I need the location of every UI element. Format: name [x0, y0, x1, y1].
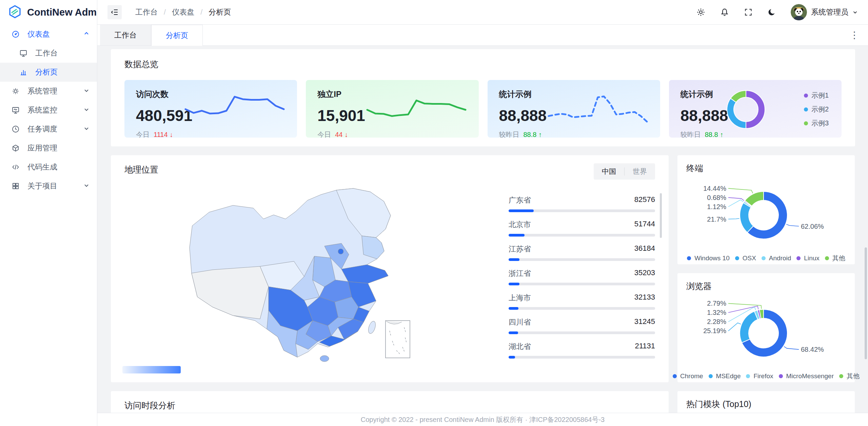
dark-mode-moon-icon[interactable] [767, 7, 777, 17]
toggle-china[interactable]: 中国 [594, 167, 624, 176]
province-name: 北京市 [509, 220, 531, 230]
tab-workbench[interactable]: 工作台 [100, 25, 151, 45]
province-value: 21131 [635, 342, 655, 352]
legend-dot-icon [779, 374, 783, 378]
user-menu[interactable]: 系统管理员 [791, 4, 858, 20]
legend-dot-icon [796, 256, 801, 260]
cube-icon [11, 144, 20, 153]
progress-track [509, 307, 655, 310]
progress-track [509, 356, 655, 359]
sidebar-item-system[interactable]: 系统管理 [0, 82, 97, 101]
topbar-actions: 系统管理员 [696, 4, 858, 20]
sea-inset [386, 321, 410, 358]
legend-item[interactable]: 其他 [839, 372, 860, 381]
province-name: 广东省 [509, 195, 531, 205]
toggle-world[interactable]: 世界 [625, 167, 655, 176]
chevron-up-icon [83, 30, 90, 39]
settings-icon[interactable] [696, 7, 706, 17]
svg-text:68.42%: 68.42% [801, 346, 824, 353]
legend-item[interactable]: Firefox [746, 372, 773, 381]
progress-fill [509, 258, 519, 261]
sidebar-item-schedule[interactable]: 任务调度 [0, 120, 97, 139]
legend-item[interactable]: Chrome [673, 372, 703, 381]
legend-dot-icon [804, 107, 808, 111]
province-name: 四川省 [509, 317, 531, 327]
legend-item[interactable]: 其他 [825, 254, 845, 263]
chevron-down-icon [83, 87, 90, 96]
sample-donut-legend: 示例1示例2示例3 [804, 91, 829, 128]
legend-dot-icon [804, 121, 808, 125]
delta-value: 88.8 ↑ [705, 131, 724, 138]
province-value: 51744 [634, 220, 655, 230]
breadcrumb-item[interactable]: 分析页 [209, 7, 231, 17]
top-modules-title: 热门模块 (Top10) [686, 399, 846, 410]
tab-analytics[interactable]: 分析页 [151, 25, 203, 46]
arrow-down-icon: ↓ [170, 131, 173, 138]
list-item: 广东省82576 [509, 195, 655, 212]
browser-donut-chart: 68.42%25.19%2.28%1.32%2.79% [686, 293, 846, 371]
page-scrollbar[interactable] [865, 247, 867, 359]
browser-card: 浏览器 68.42%25.19%2.28%1.32%2.79% ChromeMS… [677, 273, 855, 382]
breadcrumb-separator: / [200, 8, 202, 17]
province-name: 浙江省 [509, 268, 531, 279]
browser-legend: ChromeMSEdgeFirefoxMicroMessenger其他 [686, 372, 846, 381]
legend-item[interactable]: MicroMessenger [779, 372, 834, 381]
breadcrumb-separator: / [164, 8, 166, 17]
delta-label: 今日 [317, 130, 331, 138]
fullscreen-icon[interactable] [743, 7, 753, 17]
stat-card-ip: 独立IP 15,901 今日 44 ↓ [306, 80, 478, 138]
legend-item[interactable]: 示例3 [804, 119, 829, 128]
svg-text:14.44%: 14.44% [703, 185, 726, 192]
legend-item[interactable]: 示例2 [804, 105, 829, 114]
app-logo-icon [7, 4, 22, 21]
legend-label: 示例1 [811, 91, 829, 100]
sidebar-item-label: 任务调度 [27, 124, 83, 134]
menu-fold-button[interactable] [107, 5, 122, 19]
china-map[interactable] [182, 185, 419, 370]
legend-item[interactable]: MSEdge [709, 372, 741, 381]
logo[interactable]: ContiNew Admin [0, 0, 97, 25]
list-scrollbar[interactable] [660, 193, 662, 238]
delta-value: 88.8 ↑ [524, 131, 542, 138]
app-title: ContiNew Admin [27, 7, 105, 18]
time-analysis-title: 访问时段分析 [124, 400, 655, 411]
stat-cards-row: 访问次数 480,591 今日 1114 ↓ 独立IP 15,901 今日 44… [124, 80, 842, 138]
province-name: 湖北省 [509, 342, 531, 352]
sidebar-item-codegen[interactable]: 代码生成 [0, 158, 97, 177]
legend-item[interactable]: Windows 10 [687, 254, 730, 263]
breadcrumb-item[interactable]: 仪表盘 [172, 7, 194, 17]
sidebar-item-apps[interactable]: 应用管理 [0, 139, 97, 158]
province-value: 31245 [634, 317, 655, 327]
notification-bell-icon[interactable] [719, 7, 730, 17]
data-overview-card: 数据总览 访问次数 480,591 今日 1114 ↓ 独立IP 15,901 … [111, 49, 855, 146]
sidebar-item-workbench[interactable]: 工作台 [0, 44, 97, 63]
progress-fill [509, 209, 534, 212]
sidebar-item-analytics[interactable]: 分析页 [0, 63, 97, 82]
legend-label: 示例3 [811, 119, 829, 128]
avatar [791, 4, 807, 20]
stat-card-visits: 访问次数 480,591 今日 1114 ↓ [124, 80, 297, 138]
legend-item[interactable]: OSX [735, 254, 756, 263]
legend-item[interactable]: 示例1 [804, 91, 829, 100]
tab-more-icon[interactable]: ⋮ [841, 31, 868, 40]
sidebar-item-dashboard[interactable]: 仪表盘 [0, 25, 97, 44]
stat-card-sample2: 统计示例 88,888 较昨日 88.8 ↑ 示例1示例2示例3 [669, 80, 842, 138]
monitor-pulse-icon [11, 106, 20, 115]
sidebar-item-label: 工作台 [35, 48, 90, 58]
grid-icon [11, 182, 20, 190]
legend-dot-icon [825, 256, 829, 260]
map-scope-toggle: 中国 世界 [594, 163, 655, 180]
list-item: 湖北省21131 [509, 342, 655, 359]
bar-chart-icon [19, 68, 28, 77]
stat-delta: 较昨日 88.8 ↑ [499, 130, 649, 138]
svg-text:1.12%: 1.12% [707, 203, 726, 210]
footer: Copyright © 2022 - present ContiNew Admi… [97, 413, 868, 426]
time-analysis-card: 访问时段分析 100k [111, 391, 669, 413]
stat-delta: 今日 44 ↓ [317, 130, 467, 138]
terminal-card: 终端 62.06%21.7%1.12%0.68%14.44% Windows 1… [677, 155, 855, 264]
breadcrumb-item[interactable]: 工作台 [135, 7, 158, 17]
legend-item[interactable]: Linux [796, 254, 819, 263]
sidebar-item-monitor[interactable]: 系统监控 [0, 101, 97, 120]
sidebar-item-about[interactable]: 关于项目 [0, 177, 97, 196]
legend-item[interactable]: Android [762, 254, 791, 263]
